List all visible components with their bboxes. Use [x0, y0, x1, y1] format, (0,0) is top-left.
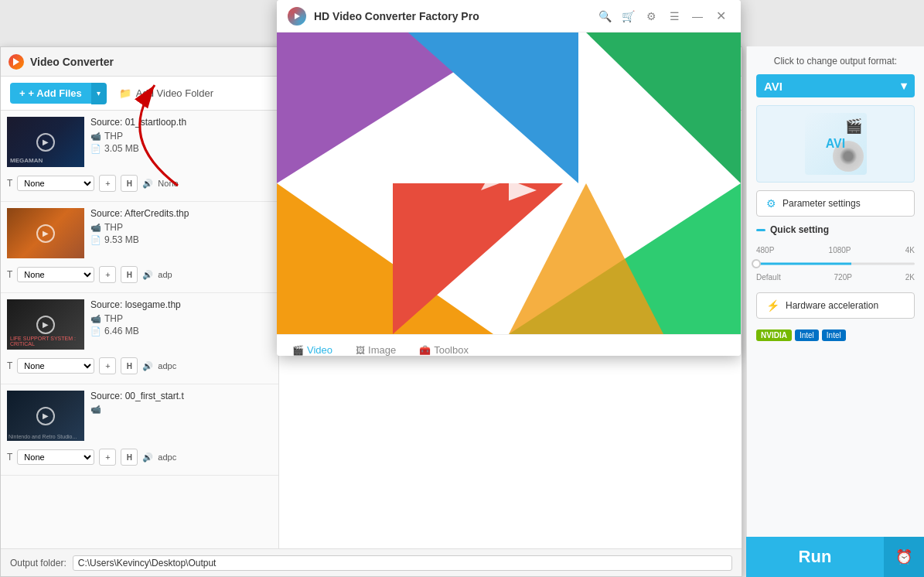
output-path-input[interactable] [73, 555, 732, 571]
quality-4k: 4K [905, 246, 915, 254]
file-size: 6.46 MB [104, 326, 139, 336]
menu-icon-inner[interactable]: ☰ [665, 7, 684, 26]
list-item: ▶ Nintendo and Retro Studio... Source: 0… [1, 384, 278, 476]
video-tab-icon: 🎬 [292, 345, 304, 356]
film-icon: 🎬 [845, 118, 862, 135]
add-files-dropdown-btn[interactable]: ▾ [91, 83, 107, 104]
inner-bottom: 🎬 Video 🖼 Image 🧰 Toolbox [277, 334, 741, 356]
quality-labels: 480P 1080P 4K [756, 246, 915, 254]
inner-banner [277, 32, 741, 334]
file-size: 9.53 MB [104, 234, 139, 245]
play-icon: ▶ [36, 133, 55, 152]
file-type-icon: 📹 [90, 131, 101, 142]
format-preview: AVI 🎬 [756, 105, 915, 183]
mark-default: Default [756, 273, 781, 282]
image-tab-label: Image [368, 344, 396, 356]
alarm-button[interactable]: ⏰ [884, 537, 924, 577]
subtitle-t-icon: T [7, 269, 12, 280]
play-icon: ▶ [36, 407, 55, 425]
audio-track: adpc [158, 361, 176, 370]
file-thumbnail: ▶ Nintendo and Retro Studio... [7, 391, 84, 441]
file-type: THP [104, 313, 123, 324]
subtitle-select[interactable]: None [17, 358, 94, 374]
run-button[interactable]: Run [746, 537, 884, 577]
list-item: ▶ LIFE SUPPORT SYSTEM : CRITICAL Source:… [1, 293, 278, 384]
gear-icon-inner[interactable]: ⚙ [642, 7, 660, 26]
accel-badges: NVIDIA Intel Intel [756, 329, 915, 341]
toolbox-tab-icon: 🧰 [419, 345, 431, 356]
run-bar: Run ⏰ [746, 537, 924, 577]
tab-toolbox[interactable]: 🧰 Toolbox [419, 344, 469, 356]
output-folder-label: Output folder: [10, 558, 66, 568]
alarm-icon: ⏰ [895, 548, 912, 565]
subtitle-select[interactable]: None [17, 176, 94, 191]
param-icon: ⚙ [766, 197, 776, 210]
minimize-icon-inner[interactable]: — [688, 7, 707, 26]
inner-titlebar: HD Video Converter Factory Pro 🔍 🛒 ⚙ ☰ —… [277, 0, 741, 32]
quality-marks: Default 720P 2K [756, 273, 915, 282]
hd-btn[interactable]: H [121, 449, 138, 466]
list-item: ▶ Source: AfterCredits.thp 📹 THP 📄 9.53 … [1, 202, 278, 293]
cart-icon-inner[interactable]: 🛒 [619, 7, 637, 26]
add-subtitle-btn[interactable]: + [99, 357, 116, 374]
quality-thumb[interactable] [752, 259, 761, 268]
list-item: ▶ MEGAMAN Source: 01_startloop.th 📹 THP … [1, 111, 278, 202]
param-settings-label: Parameter settings [783, 198, 861, 209]
audio-icon: 🔊 [142, 361, 153, 371]
image-tab-icon: 🖼 [356, 345, 365, 356]
subtitle-t-icon: T [7, 360, 12, 371]
quick-setting-label: Quick setting [756, 224, 915, 235]
hd-btn[interactable]: H [121, 357, 138, 374]
hw-icon: ⚡ [766, 299, 779, 312]
file-type-icon: 📹 [90, 405, 101, 415]
format-selector[interactable]: AVI ▾ [756, 74, 915, 97]
inner-window-title: HD Video Converter Factory Pro [314, 10, 479, 22]
file-type-icon: 📹 [90, 314, 101, 324]
file-thumbnail: ▶ [7, 208, 84, 258]
quality-slider[interactable] [756, 256, 915, 271]
add-files-button[interactable]: + + Add Files [10, 83, 91, 104]
file-size-icon: 📄 [90, 144, 101, 154]
svg-marker-0 [13, 58, 19, 66]
hw-accel-button[interactable]: ⚡ Hardware acceleration [756, 292, 915, 319]
subtitle-select[interactable]: None [17, 449, 94, 465]
quality-480p: 480P [756, 246, 774, 254]
inner-nav-tabs: 🎬 Video 🖼 Image 🧰 Toolbox [277, 335, 741, 356]
app-logo [9, 54, 24, 70]
outer-bottom: Output folder: [1, 548, 742, 576]
nvidia-badge: NVIDIA [756, 329, 792, 341]
audio-icon: 🔊 [142, 270, 153, 280]
file-source: Source: AfterCredits.thp [90, 208, 272, 219]
add-subtitle-btn[interactable]: + [99, 175, 116, 192]
file-size-icon: 📄 [90, 326, 101, 336]
search-icon-inner[interactable]: 🔍 [595, 7, 614, 26]
subtitle-t-icon: T [7, 178, 12, 189]
mark-720p: 720P [834, 273, 852, 282]
hw-accel-label: Hardware acceleration [786, 300, 878, 311]
format-name: AVI [764, 80, 783, 93]
add-folder-button[interactable]: 📁 Add Video Folder [119, 87, 213, 99]
quality-track [756, 263, 915, 265]
output-format-label: Click to change output format: [756, 56, 915, 67]
folder-icon: 📁 [119, 87, 131, 99]
add-subtitle-btn[interactable]: + [99, 266, 116, 283]
close-icon-inner[interactable]: ✕ [711, 7, 730, 26]
hd-btn[interactable]: H [121, 266, 138, 283]
file-thumbnail: ▶ LIFE SUPPORT SYSTEM : CRITICAL [7, 299, 84, 350]
add-files-plus-icon: + [19, 87, 26, 99]
tab-image[interactable]: 🖼 Image [356, 344, 396, 356]
add-subtitle-btn[interactable]: + [99, 449, 116, 466]
param-settings-button[interactable]: ⚙ Parameter settings [756, 190, 915, 217]
intel-badge-1: Intel [795, 329, 819, 341]
play-icon: ▶ [36, 316, 55, 334]
file-thumbnail: ▶ MEGAMAN [7, 117, 84, 167]
subtitle-select[interactable]: None [17, 267, 94, 282]
file-size-icon: 📄 [90, 235, 101, 245]
format-dropdown-icon: ▾ [901, 79, 907, 93]
hd-btn[interactable]: H [121, 175, 138, 192]
outer-window-title: Video Converter [30, 56, 114, 68]
intel-badge-2: Intel [822, 329, 846, 341]
add-folder-label: Add Video Folder [136, 87, 213, 99]
quality-1080p: 1080P [829, 246, 851, 254]
tab-video[interactable]: 🎬 Video [292, 344, 332, 356]
